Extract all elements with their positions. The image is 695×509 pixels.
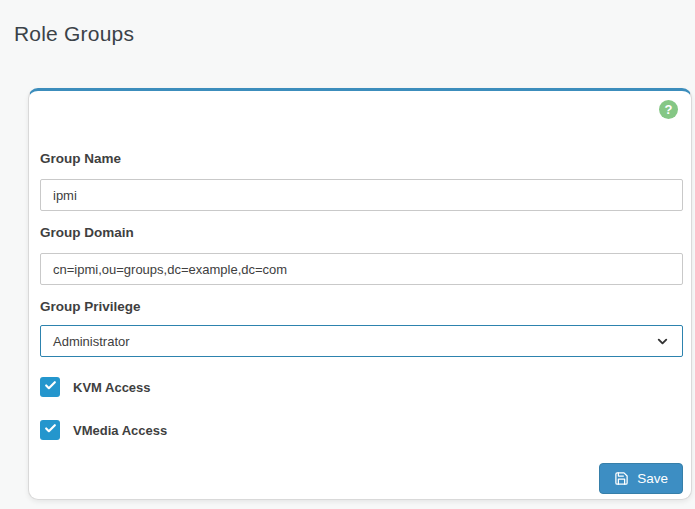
group-privilege-label: Group Privilege <box>40 299 141 314</box>
save-button[interactable]: Save <box>599 463 683 494</box>
save-button-label: Save <box>637 471 668 486</box>
group-domain-input[interactable] <box>40 253 683 285</box>
checkmark-icon <box>44 421 57 439</box>
group-name-input[interactable] <box>40 179 683 211</box>
save-floppy-icon <box>614 471 629 486</box>
vmedia-access-label: VMedia Access <box>73 423 167 438</box>
chevron-down-icon <box>655 334 670 349</box>
help-icon[interactable]: ? <box>659 100 678 119</box>
group-domain-label: Group Domain <box>40 225 134 240</box>
kvm-access-checkbox[interactable] <box>40 377 60 397</box>
page-title: Role Groups <box>14 22 134 46</box>
vmedia-access-checkbox[interactable] <box>40 420 60 440</box>
role-group-card: ? Group Name Group Domain Group Privileg… <box>28 88 692 500</box>
kvm-access-label: KVM Access <box>73 380 151 395</box>
group-name-label: Group Name <box>40 151 121 166</box>
group-privilege-select[interactable]: Administrator <box>40 325 683 357</box>
checkmark-icon <box>44 378 57 396</box>
vmedia-access-row: VMedia Access <box>40 420 167 440</box>
kvm-access-row: KVM Access <box>40 377 151 397</box>
group-privilege-selected-value: Administrator <box>53 334 130 349</box>
